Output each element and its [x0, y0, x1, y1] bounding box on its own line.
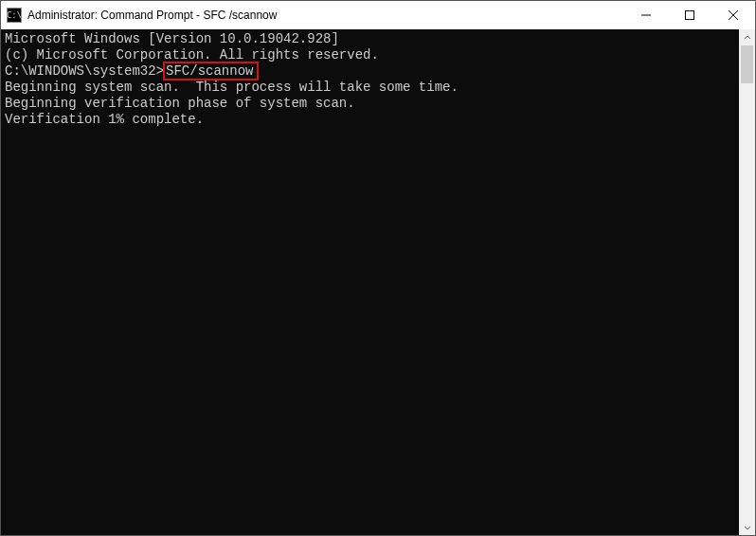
prompt-line: C:\WINDOWS\system32>SFC/scannow: [5, 63, 735, 80]
close-button[interactable]: [711, 1, 755, 29]
svg-rect-1: [686, 11, 694, 20]
prompt-path: C:\WINDOWS\system32>: [5, 63, 164, 79]
scrollbar-thumb[interactable]: [741, 45, 753, 83]
minimize-icon: [641, 10, 651, 20]
client-area: Microsoft Windows [Version 10.0.19042.92…: [1, 29, 755, 535]
output-line: Beginning verification phase of system s…: [5, 96, 735, 112]
vertical-scrollbar[interactable]: [739, 29, 755, 535]
output-line: Microsoft Windows [Version 10.0.19042.92…: [5, 31, 735, 47]
titlebar[interactable]: C:\ Administrator: Command Prompt - SFC …: [1, 1, 755, 29]
minimize-button[interactable]: [624, 1, 668, 29]
close-icon: [729, 10, 738, 20]
command-prompt-window: C:\ Administrator: Command Prompt - SFC …: [0, 0, 756, 536]
output-line: Verification 1% complete.: [5, 112, 735, 128]
scroll-up-button[interactable]: [739, 29, 755, 45]
window-title: Administrator: Command Prompt - SFC /sca…: [27, 9, 277, 22]
chevron-up-icon: [744, 34, 751, 42]
chevron-down-icon: [744, 524, 751, 531]
scroll-down-button[interactable]: [739, 519, 755, 535]
command-highlight: SFC/scannow: [163, 62, 259, 80]
output-line: Beginning system scan. This process will…: [5, 80, 735, 96]
entered-command: SFC/scannow: [166, 63, 253, 79]
console-output[interactable]: Microsoft Windows [Version 10.0.19042.92…: [1, 29, 739, 535]
maximize-button[interactable]: [668, 1, 711, 29]
app-icon: C:\: [7, 8, 22, 23]
output-line: (c) Microsoft Corporation. All rights re…: [5, 47, 735, 63]
maximize-icon: [685, 10, 694, 20]
